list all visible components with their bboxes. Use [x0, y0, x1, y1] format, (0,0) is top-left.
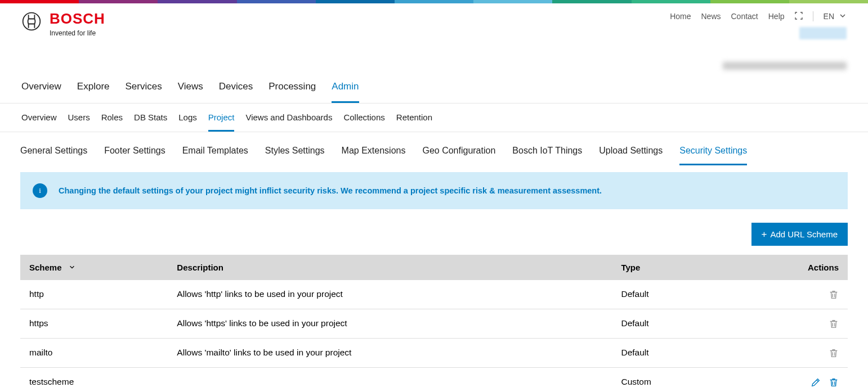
sub-nav-item-logs[interactable]: Logs [178, 112, 197, 132]
brand-tagline: Invented for life [50, 29, 105, 37]
main-nav-item-explore[interactable]: Explore [77, 81, 110, 103]
cell-description: Allows 'mailto' links to be used in your… [168, 338, 612, 367]
cell-scheme: https [20, 309, 168, 338]
col-description[interactable]: Description [168, 255, 612, 280]
main-nav-item-services[interactable]: Services [126, 81, 162, 103]
table-row: httpsAllows 'https' links to be used in … [20, 309, 848, 338]
sub-nav-item-collections[interactable]: Collections [343, 112, 384, 132]
sub-nav-item-retention[interactable]: Retention [396, 112, 432, 132]
cell-actions [723, 367, 848, 392]
main-nav-item-overview[interactable]: Overview [21, 81, 61, 103]
settings-tab-geo-configuration[interactable]: Geo Configuration [422, 146, 495, 165]
header: BOSCH Invented for life Home News Contac… [0, 3, 868, 70]
redacted-badge [799, 27, 847, 39]
settings-tab-bosch-iot-things[interactable]: Bosch IoT Things [512, 146, 582, 165]
cell-scheme: http [20, 280, 168, 309]
cell-type: Default [612, 338, 723, 367]
cell-scheme: testscheme [20, 367, 168, 392]
url-schemes-table: Scheme Description Type Actions httpAllo… [20, 255, 848, 392]
cell-type: Default [612, 280, 723, 309]
sub-nav-item-db-stats[interactable]: DB Stats [134, 112, 167, 132]
settings-tab-styles-settings[interactable]: Styles Settings [265, 146, 325, 165]
table-row: httpAllows 'http' links to be used in yo… [20, 280, 848, 309]
table-row: mailtoAllows 'mailto' links to be used i… [20, 338, 848, 367]
header-utility-links: Home News Contact Help EN [670, 11, 847, 21]
cell-type: Default [612, 309, 723, 338]
link-news[interactable]: News [701, 12, 721, 21]
project-settings-tabs: General SettingsFooter SettingsEmail Tem… [20, 146, 848, 165]
brand-name: BOSCH [50, 11, 105, 26]
trash-icon [829, 348, 839, 358]
admin-sub-nav: OverviewUsersRolesDB StatsLogsProjectVie… [0, 103, 868, 132]
sort-down-icon [69, 264, 75, 272]
col-scheme[interactable]: Scheme [20, 255, 168, 280]
security-warning-banner: i Changing the default settings of your … [20, 172, 848, 209]
add-url-scheme-button[interactable]: + Add URL Scheme [751, 223, 848, 246]
link-contact[interactable]: Contact [731, 12, 758, 21]
chevron-down-icon [839, 12, 847, 21]
trash-icon [829, 290, 839, 300]
table-row: testschemeCustom [20, 367, 848, 392]
table-body: httpAllows 'http' links to be used in yo… [20, 280, 848, 392]
settings-tab-upload-settings[interactable]: Upload Settings [599, 146, 663, 165]
svg-point-0 [23, 13, 41, 30]
settings-tab-footer-settings[interactable]: Footer Settings [104, 146, 165, 165]
bosch-symbol-icon [21, 11, 42, 33]
edit-icon[interactable] [811, 377, 821, 388]
plus-icon: + [762, 229, 767, 239]
main-nav-item-views[interactable]: Views [178, 81, 203, 103]
link-help[interactable]: Help [768, 12, 785, 21]
sub-nav-item-roles[interactable]: Roles [101, 112, 123, 132]
language-label: EN [824, 12, 834, 21]
settings-tab-general-settings[interactable]: General Settings [20, 146, 87, 165]
cell-description [168, 367, 612, 392]
sub-nav-item-overview[interactable]: Overview [21, 112, 57, 132]
col-actions: Actions [723, 255, 848, 280]
sub-nav-item-project[interactable]: Project [208, 112, 235, 132]
col-type[interactable]: Type [612, 255, 723, 280]
main-nav-item-devices[interactable]: Devices [219, 81, 253, 103]
trash-icon[interactable] [829, 377, 839, 388]
language-selector[interactable]: EN [824, 12, 847, 21]
fullscreen-icon[interactable] [795, 12, 803, 21]
logo[interactable]: BOSCH Invented for life [21, 11, 105, 37]
cell-scheme: mailto [20, 338, 168, 367]
cell-actions [723, 338, 848, 367]
cell-description: Allows 'http' links to be used in your p… [168, 280, 612, 309]
trash-icon [829, 319, 839, 329]
info-icon: i [33, 183, 47, 198]
cell-actions [723, 309, 848, 338]
cell-type: Custom [612, 367, 723, 392]
main-nav-item-processing[interactable]: Processing [269, 81, 316, 103]
settings-tab-map-extensions[interactable]: Map Extensions [342, 146, 406, 165]
add-button-label: Add URL Scheme [770, 229, 838, 239]
main-nav: OverviewExploreServicesViewsDevicesProce… [0, 70, 868, 103]
sub-nav-item-views-and-dashboards[interactable]: Views and Dashboards [245, 112, 332, 132]
settings-tab-security-settings[interactable]: Security Settings [679, 146, 747, 165]
redacted-user-info [723, 62, 847, 70]
divider [813, 11, 813, 21]
cell-actions [723, 280, 848, 309]
cell-description: Allows 'https' links to be used in your … [168, 309, 612, 338]
brand-stripe [0, 0, 868, 3]
link-home[interactable]: Home [670, 12, 691, 21]
main-nav-item-admin[interactable]: Admin [332, 81, 359, 103]
settings-tab-email-templates[interactable]: Email Templates [182, 146, 248, 165]
sub-nav-item-users[interactable]: Users [68, 112, 90, 132]
banner-text: Changing the default settings of your pr… [59, 186, 602, 195]
